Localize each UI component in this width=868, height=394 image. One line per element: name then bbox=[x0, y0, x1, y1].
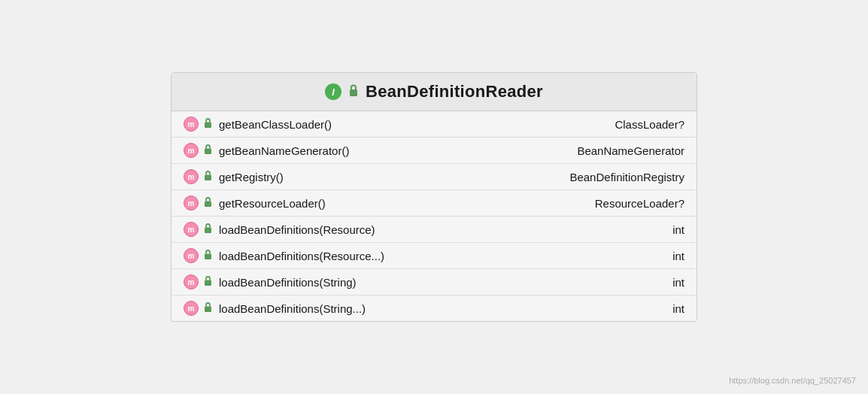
header-lock-icon bbox=[348, 83, 360, 100]
lock-icon bbox=[203, 223, 213, 236]
table-row: m loadBeanDefinitions(Resource...) int bbox=[171, 243, 697, 269]
return-type: int bbox=[639, 302, 684, 315]
uml-header: I BeanDefinitionReader bbox=[171, 73, 697, 111]
method-name: getResourceLoader() bbox=[219, 197, 590, 210]
method-name: loadBeanDefinitions(String...) bbox=[219, 302, 635, 315]
lock-icon bbox=[203, 302, 213, 315]
lock-icon bbox=[203, 117, 213, 131]
method-name: loadBeanDefinitions(Resource...) bbox=[219, 250, 635, 262]
lock-icon bbox=[203, 144, 213, 157]
lock-icon bbox=[203, 275, 213, 289]
svg-rect-7 bbox=[205, 280, 211, 286]
table-row: m loadBeanDefinitions(Resource) int bbox=[171, 217, 697, 243]
svg-rect-0 bbox=[350, 89, 357, 96]
svg-rect-5 bbox=[205, 228, 211, 234]
lock-icon bbox=[203, 196, 213, 210]
return-type: int bbox=[639, 223, 684, 236]
method-icon: m bbox=[184, 117, 199, 132]
methods-list: m getBeanClassLoader() ClassLoader? m ge… bbox=[171, 111, 697, 321]
table-row: m getRegistry() BeanDefinitionRegistry bbox=[171, 164, 697, 190]
method-icon: m bbox=[184, 195, 199, 211]
method-icon: m bbox=[184, 301, 199, 316]
uml-diagram: I BeanDefinitionReader m getBeanClassLoa… bbox=[171, 72, 697, 322]
table-row: m loadBeanDefinitions(String) int bbox=[171, 269, 697, 296]
return-type: ClassLoader? bbox=[615, 118, 684, 131]
method-icon: m bbox=[184, 169, 199, 184]
method-icon: m bbox=[184, 274, 199, 289]
method-name: getRegistry() bbox=[219, 171, 565, 183]
svg-rect-2 bbox=[205, 149, 211, 155]
interface-icon: I bbox=[325, 83, 341, 100]
method-name: loadBeanDefinitions(String) bbox=[219, 276, 635, 289]
svg-rect-4 bbox=[205, 202, 211, 208]
method-name: loadBeanDefinitions(Resource) bbox=[219, 223, 635, 236]
method-icon: m bbox=[184, 222, 199, 237]
return-type: BeanNameGenerator bbox=[577, 144, 684, 157]
svg-rect-3 bbox=[205, 175, 211, 181]
table-row: m getBeanNameGenerator() BeanNameGenerat… bbox=[171, 138, 697, 164]
diagram-title: BeanDefinitionReader bbox=[366, 82, 543, 102]
method-name: getBeanClassLoader() bbox=[219, 118, 610, 131]
method-icon: m bbox=[184, 143, 199, 158]
table-row: m getBeanClassLoader() ClassLoader? bbox=[171, 111, 697, 138]
table-row: m loadBeanDefinitions(String...) int bbox=[171, 296, 697, 321]
watermark: https://blog.csdn.net/qq_25027457 bbox=[729, 376, 856, 385]
lock-icon bbox=[203, 249, 213, 262]
table-row: m getResourceLoader() ResourceLoader? bbox=[171, 190, 697, 217]
lock-icon bbox=[203, 170, 213, 183]
return-type: int bbox=[639, 250, 684, 262]
svg-rect-1 bbox=[205, 123, 211, 129]
return-type: ResourceLoader? bbox=[595, 197, 684, 210]
svg-rect-8 bbox=[205, 307, 211, 313]
method-icon: m bbox=[184, 248, 199, 263]
svg-rect-6 bbox=[205, 254, 211, 260]
return-type: int bbox=[639, 276, 684, 289]
return-type: BeanDefinitionRegistry bbox=[569, 171, 684, 183]
method-name: getBeanNameGenerator() bbox=[219, 144, 572, 157]
